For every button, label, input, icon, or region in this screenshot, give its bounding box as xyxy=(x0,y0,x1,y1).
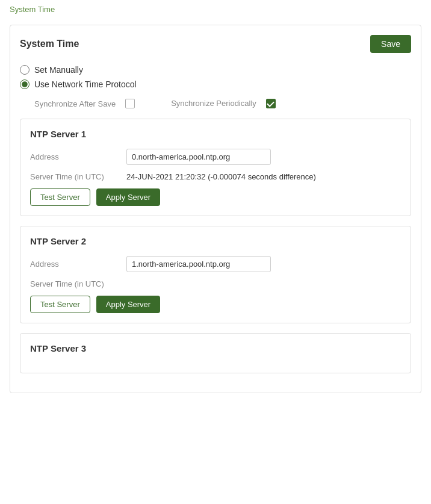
save-button[interactable]: Save xyxy=(370,35,411,53)
use-ntp-label[interactable]: Use Network Time Protocol xyxy=(34,79,137,89)
ntp-server-1-apply-button[interactable]: Apply Server xyxy=(96,188,160,206)
ntp-server-2-address-input[interactable] xyxy=(126,256,271,272)
main-card: System Time Save Set Manually Use Networ… xyxy=(10,25,421,393)
sync-after-save-option: Synchronize After Save xyxy=(34,99,135,108)
set-manually-option: Set Manually xyxy=(20,65,411,75)
page-title: System Time xyxy=(20,39,79,49)
sync-periodically-label: Synchronize Periodically xyxy=(171,99,256,109)
ntp-server-1-time-label: Server Time (in UTC) xyxy=(30,172,126,181)
ntp-server-1-title: NTP Server 1 xyxy=(30,129,401,139)
breadcrumb: System Time xyxy=(0,0,431,19)
ntp-server-2-title: NTP Server 2 xyxy=(30,236,401,246)
set-manually-radio[interactable] xyxy=(20,65,29,75)
ntp-server-1-address-label: Address xyxy=(30,152,126,161)
set-manually-label[interactable]: Set Manually xyxy=(34,65,83,75)
sync-after-save-label: Synchronize After Save xyxy=(34,99,116,108)
ntp-server-1-address-input[interactable] xyxy=(126,149,271,165)
card-header: System Time Save xyxy=(20,35,411,53)
ntp-server-2-test-button[interactable]: Test Server xyxy=(30,296,90,313)
sync-options: Synchronize After Save Synchronize Perio… xyxy=(34,99,411,109)
ntp-server-2-apply-button[interactable]: Apply Server xyxy=(96,296,160,313)
page-container: System Time Save Set Manually Use Networ… xyxy=(0,19,431,405)
ntp-server-3-title: NTP Server 3 xyxy=(30,343,401,353)
sync-periodically-option: Synchronize Periodically xyxy=(171,99,276,109)
ntp-server-2-address-label: Address xyxy=(30,260,126,269)
ntp-server-1-card: NTP Server 1 Address Server Time (in UTC… xyxy=(20,119,411,216)
use-ntp-option: Use Network Time Protocol xyxy=(20,79,411,89)
ntp-server-1-buttons: Test Server Apply Server xyxy=(30,188,401,206)
breadcrumb-label: System Time xyxy=(10,5,55,14)
ntp-server-1-time-row: Server Time (in UTC) 24-JUN-2021 21:20:3… xyxy=(30,172,401,181)
ntp-server-1-address-row: Address xyxy=(30,149,401,165)
ntp-servers-container: NTP Server 1 Address Server Time (in UTC… xyxy=(20,119,411,373)
ntp-server-2-time-row: Server Time (in UTC) xyxy=(30,279,401,288)
ntp-server-3-card: NTP Server 3 xyxy=(20,333,411,373)
ntp-server-1-time-value: 24-JUN-2021 21:20:32 (-0.000074 seconds … xyxy=(126,172,316,181)
sync-after-save-checkbox[interactable] xyxy=(125,99,135,108)
ntp-server-1-test-button[interactable]: Test Server xyxy=(30,188,90,206)
ntp-server-2-card: NTP Server 2 Address Server Time (in UTC… xyxy=(20,226,411,323)
ntp-server-2-address-row: Address xyxy=(30,256,401,272)
use-ntp-radio[interactable] xyxy=(20,79,29,89)
sync-periodically-checkbox[interactable] xyxy=(266,99,276,108)
ntp-server-2-time-label: Server Time (in UTC) xyxy=(30,279,126,288)
ntp-server-2-buttons: Test Server Apply Server xyxy=(30,296,401,313)
